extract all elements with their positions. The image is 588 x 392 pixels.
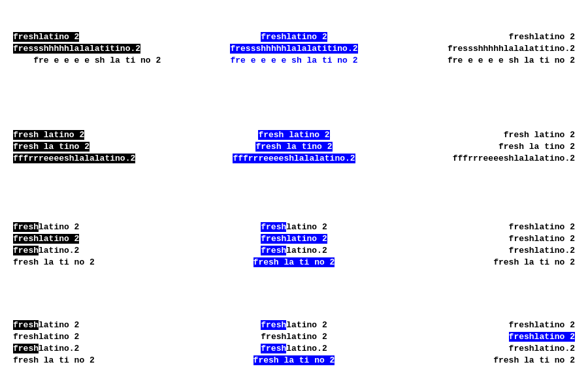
line3: freshlatino.2 bbox=[253, 245, 335, 257]
line4: fresh la ti no 2 bbox=[493, 257, 575, 269]
line3: fffrrreeeeshlalalatino.2 bbox=[233, 153, 355, 165]
line3: freshlatino.2 bbox=[493, 343, 575, 355]
line-group: freshlatino 2 freshlatino 2 freshlatino.… bbox=[493, 319, 575, 367]
cell-r1c1: freshlatino 2 fressshhhhhlalalatitino.2 … bbox=[0, 0, 196, 98]
rest: latino 2 bbox=[39, 222, 79, 232]
text-bg: freshlatino 2 bbox=[509, 332, 575, 342]
line-group: fresh latino 2 fresh la tino 2 fffrrreee… bbox=[233, 129, 355, 165]
line-group: fresh latino 2 fresh la tino 2 fffrrreee… bbox=[453, 129, 575, 165]
rest-text: latino 2 bbox=[39, 32, 79, 42]
line2: freshlatino 2 bbox=[493, 233, 575, 245]
fresh-highlight: fresh bbox=[13, 32, 39, 42]
line1: freshlatino 2 bbox=[448, 31, 575, 43]
line-group: fresh latino 2 fresh la tino 2 fffrrreee… bbox=[13, 129, 135, 165]
text-bg: fresh latino 2 bbox=[258, 130, 329, 140]
fresh-hl: fresh bbox=[13, 344, 39, 353]
line4: fresh la ti no 2 bbox=[253, 355, 335, 367]
line2: fresh la tino 2 bbox=[453, 141, 575, 153]
fresh-text: fresh bbox=[509, 320, 534, 330]
main-grid: freshlatino 2 fressshhhhhlalalatitino.2 … bbox=[0, 0, 588, 392]
cell-r4c2: freshlatino 2 freshlatino 2 freshlatino.… bbox=[196, 294, 392, 392]
line-group: freshlatino 2 fressshhhhhlalalatitino.2 … bbox=[448, 31, 575, 67]
line1: fresh latino 2 bbox=[233, 129, 355, 141]
line1: freshlatino 2 bbox=[493, 221, 575, 233]
line-group: freshlatino 2 freshlatino 2 freshlatino.… bbox=[13, 221, 95, 269]
line1: fresh latino 2 bbox=[13, 129, 135, 141]
fresh-hl: fresh bbox=[13, 222, 39, 232]
line-group: freshlatino 2 freshlatino 2 freshlatino.… bbox=[13, 319, 95, 367]
line3: freshlatino.2 bbox=[13, 343, 95, 355]
text-bg: fresh latino 2 bbox=[13, 130, 84, 140]
fresh-hl: fresh bbox=[261, 246, 286, 255]
line1: freshlatino 2 bbox=[493, 319, 575, 331]
cell-r3c1: freshlatino 2 freshlatino 2 freshlatino.… bbox=[0, 196, 196, 294]
line3: fffrrreeeeshlalalatino.2 bbox=[453, 153, 575, 165]
text-bg: fffrrreeeeshlalalatino.2 bbox=[233, 154, 355, 163]
text-bg: fresh la tino 2 bbox=[13, 142, 90, 152]
line2: freshlatino 2 bbox=[13, 331, 95, 343]
rest: latino.2 bbox=[39, 344, 79, 353]
cell-r1c3: freshlatino 2 fressshhhhhlalalatitino.2 … bbox=[392, 0, 588, 98]
line2: freshlatino 2 bbox=[253, 331, 335, 343]
cell-r2c3: fresh latino 2 fresh la tino 2 fffrrreee… bbox=[392, 98, 588, 196]
rest-text: latino 2 bbox=[286, 32, 327, 42]
line1: freshlatino 2 bbox=[253, 221, 335, 233]
line3: freshlatino.2 bbox=[493, 245, 575, 257]
line2: freshlatino 2 bbox=[13, 233, 95, 245]
rest: latino 2 bbox=[39, 320, 79, 330]
line2: fressshhhhhlalalatitino.2 bbox=[448, 43, 575, 55]
rest: latino.2 bbox=[39, 246, 79, 255]
long-text: fressshhhhhlalalatitino.2 bbox=[13, 44, 140, 54]
fresh-hl: fresh bbox=[261, 222, 286, 232]
line1: freshlatino 2 bbox=[230, 31, 357, 43]
cell-r4c3: freshlatino 2 freshlatino 2 freshlatino.… bbox=[392, 294, 588, 392]
line-group: freshlatino 2 fressshhhhhlalalatitino.2 … bbox=[13, 31, 161, 67]
cell-r2c2: fresh latino 2 fresh la tino 2 fffrrreee… bbox=[196, 98, 392, 196]
line1: freshlatino 2 bbox=[13, 221, 95, 233]
line4: fresh la ti no 2 bbox=[13, 257, 95, 269]
fresh-hl: fresh bbox=[261, 320, 286, 330]
text-bg: fffrrreeeeshlalalatino.2 bbox=[13, 154, 135, 163]
line-group: freshlatino 2 fressshhhhhlalalatitino.2 … bbox=[230, 31, 357, 67]
line-group: freshlatino 2 freshlatino 2 freshlatino.… bbox=[493, 221, 575, 269]
rest: latino.2 bbox=[286, 246, 327, 255]
line2: fresh la tino 2 bbox=[233, 141, 355, 153]
line3: freshlatino.2 bbox=[253, 343, 335, 355]
fresh-hl: fresh bbox=[13, 320, 39, 330]
rest: latino 2 bbox=[286, 222, 327, 232]
cell-r3c3: freshlatino 2 freshlatino 2 freshlatino.… bbox=[392, 196, 588, 294]
cell-r2c1: fresh latino 2 fresh la tino 2 fffrrreee… bbox=[0, 98, 196, 196]
rest: latino 2 bbox=[534, 320, 575, 330]
line3: fffrrreeeeshlalalatino.2 bbox=[13, 153, 135, 165]
cell-r1c2: freshlatino 2 fressshhhhhlalalatitino.2 … bbox=[196, 0, 392, 98]
rest: latino 2 bbox=[286, 320, 327, 330]
text-bg: freshlatino 2 bbox=[261, 234, 327, 244]
line2: fressshhhhhlalalatitino.2 bbox=[13, 43, 161, 55]
line1: fresh latino 2 bbox=[453, 129, 575, 141]
fresh-hl: fresh bbox=[261, 344, 286, 353]
line1: freshlatino 2 bbox=[13, 319, 95, 331]
line2: freshlatino 2 bbox=[253, 233, 335, 245]
cell-r3c2: freshlatino 2 freshlatino 2 freshlatino.… bbox=[196, 196, 392, 294]
line3: fre e e e e sh la ti no 2 bbox=[448, 55, 575, 67]
line-group: freshlatino 2 freshlatino 2 freshlatino.… bbox=[253, 221, 335, 269]
cell-r4c1: freshlatino 2 freshlatino 2 freshlatino.… bbox=[0, 294, 196, 392]
line3: fre e e e e sh la ti no 2 bbox=[13, 55, 161, 67]
fresh-highlight: fresh bbox=[261, 32, 286, 42]
line3: freshlatino.2 bbox=[13, 245, 95, 257]
line4: fresh la ti no 2 bbox=[13, 355, 95, 367]
line1: freshlatino 2 bbox=[13, 31, 161, 43]
line2: freshlatino 2 bbox=[493, 331, 575, 343]
rest: latino.2 bbox=[286, 344, 327, 353]
fresh-hl: fresh bbox=[13, 246, 39, 255]
text-bg: fresh la tino 2 bbox=[255, 142, 332, 152]
line2: fresh la tino 2 bbox=[13, 141, 135, 153]
line2: fressshhhhhlalalatitino.2 bbox=[230, 43, 357, 55]
line4: fresh la ti no 2 bbox=[493, 355, 575, 367]
text-bg: freshlatino 2 bbox=[13, 234, 79, 244]
line-group: freshlatino 2 freshlatino 2 freshlatino.… bbox=[253, 319, 335, 367]
text-bg: fresh la ti no 2 bbox=[253, 355, 335, 365]
line3: fre e e e e sh la ti no 2 bbox=[230, 55, 357, 67]
long-text: fressshhhhhlalalatitino.2 bbox=[230, 44, 357, 54]
line4: fresh la ti no 2 bbox=[253, 257, 335, 269]
